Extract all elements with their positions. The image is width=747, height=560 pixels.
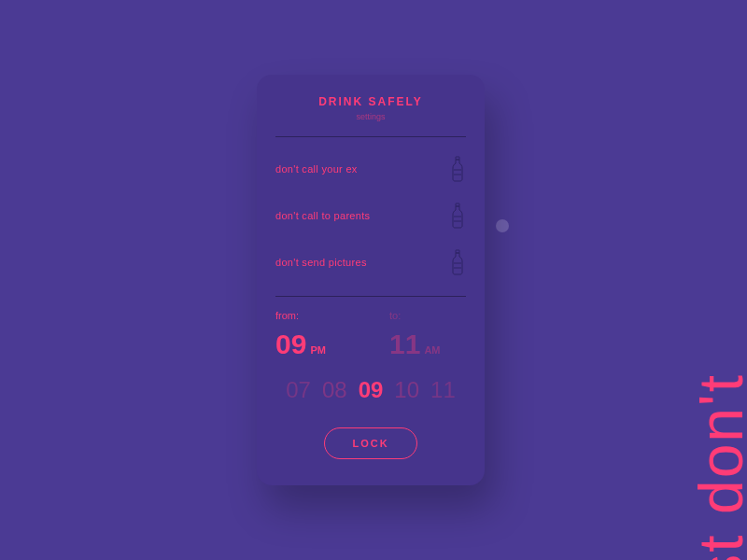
time-from[interactable]: from: 09 PM <box>275 310 352 360</box>
lock-button[interactable]: LOCK <box>324 427 417 459</box>
bottle-icon <box>449 203 466 229</box>
time-to-hour: 11 <box>389 329 420 360</box>
time-from-value: 09 PM <box>275 329 352 360</box>
wheel-item[interactable]: 11 <box>430 377 456 403</box>
wheel-item[interactable]: 08 <box>322 377 347 403</box>
divider <box>275 136 466 137</box>
bottle-icon <box>449 249 466 275</box>
rule-label: don't send pictures <box>275 257 367 268</box>
time-to-value: 11 AM <box>389 329 466 360</box>
settings-card: DRINK SAFELY settings don't call your ex… <box>257 75 485 485</box>
time-from-label: from: <box>275 310 352 321</box>
time-wheel[interactable]: 07 08 09 10 11 <box>275 377 466 403</box>
rule-label: don't call to parents <box>275 210 370 221</box>
decorative-dot <box>496 219 509 232</box>
time-to-label: to: <box>389 310 466 321</box>
time-section: from: 09 PM to: 11 AM <box>275 296 466 360</box>
card-title: DRINK SAFELY <box>275 95 466 108</box>
time-to[interactable]: to: 11 AM <box>389 310 466 360</box>
wheel-item[interactable]: 10 <box>394 377 419 403</box>
wheel-item-selected[interactable]: 09 <box>359 377 384 403</box>
rule-row-2[interactable]: don't send pictures <box>275 249 466 275</box>
wheel-item[interactable]: 07 <box>286 377 311 403</box>
time-from-period: PM <box>310 344 326 356</box>
bottle-icon <box>449 156 466 182</box>
rule-row-0[interactable]: don't call your ex <box>275 156 466 182</box>
time-from-hour: 09 <box>275 329 306 360</box>
rule-label: don't call your ex <box>275 163 358 175</box>
page-caption: just don't <box>685 373 747 560</box>
time-to-period: AM <box>424 344 440 356</box>
card-subtitle: settings <box>275 112 466 121</box>
rule-row-1[interactable]: don't call to parents <box>275 203 466 229</box>
